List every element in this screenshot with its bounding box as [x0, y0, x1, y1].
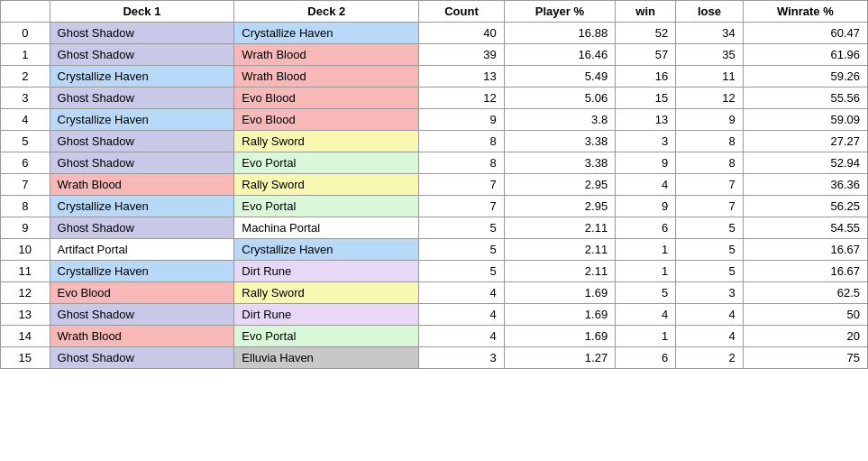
- deck1-cell: Crystallize Haven: [50, 109, 234, 131]
- player-pct-cell: 1.27: [504, 347, 615, 369]
- deck1-cell: Ghost Shadow: [50, 44, 234, 66]
- column-header: [1, 1, 50, 23]
- deck1-cell: Ghost Shadow: [50, 152, 234, 174]
- table-row: 6Ghost ShadowEvo Portal83.389852.94: [1, 152, 868, 174]
- lose-cell: 9: [676, 109, 744, 131]
- win-cell: 1: [616, 261, 676, 282]
- deck1-cell: Wrath Blood: [50, 326, 234, 347]
- lose-cell: 4: [676, 326, 744, 347]
- row-index: 3: [1, 88, 50, 109]
- winrate-cell: 75: [743, 347, 867, 369]
- count-cell: 13: [419, 66, 505, 88]
- row-index: 15: [1, 347, 50, 369]
- count-cell: 9: [419, 109, 505, 131]
- winrate-cell: 59.26: [743, 66, 867, 88]
- player-pct-cell: 3.38: [504, 131, 615, 152]
- winrate-cell: 54.55: [743, 217, 867, 239]
- row-index: 1: [1, 44, 50, 66]
- winrate-cell: 59.09: [743, 109, 867, 131]
- win-cell: 6: [616, 217, 676, 239]
- lose-cell: 2: [676, 347, 744, 369]
- winrate-cell: 56.25: [743, 196, 867, 217]
- lose-cell: 35: [676, 44, 744, 66]
- row-index: 2: [1, 66, 50, 88]
- winrate-cell: 16.67: [743, 239, 867, 261]
- lose-cell: 4: [676, 304, 744, 326]
- winrate-cell: 27.27: [743, 131, 867, 152]
- lose-cell: 7: [676, 196, 744, 217]
- player-pct-cell: 16.88: [504, 23, 615, 44]
- count-cell: 3: [419, 347, 505, 369]
- column-header: Deck 2: [234, 1, 419, 23]
- deck2-cell: Rally Sword: [234, 131, 419, 152]
- row-index: 12: [1, 282, 50, 304]
- table-row: 12Evo BloodRally Sword41.695362.5: [1, 282, 868, 304]
- deck1-cell: Ghost Shadow: [50, 217, 234, 239]
- win-cell: 16: [616, 66, 676, 88]
- table-row: 5Ghost ShadowRally Sword83.383827.27: [1, 131, 868, 152]
- column-header: Player %: [504, 1, 615, 23]
- player-pct-cell: 16.46: [504, 44, 615, 66]
- player-pct-cell: 1.69: [504, 282, 615, 304]
- player-pct-cell: 1.69: [504, 304, 615, 326]
- row-index: 10: [1, 239, 50, 261]
- row-index: 13: [1, 304, 50, 326]
- player-pct-cell: 5.06: [504, 88, 615, 109]
- table-row: 3Ghost ShadowEvo Blood125.06151255.56: [1, 88, 868, 109]
- deck2-cell: Crystallize Haven: [234, 239, 419, 261]
- win-cell: 5: [616, 282, 676, 304]
- lose-cell: 11: [676, 66, 744, 88]
- column-header: lose: [676, 1, 744, 23]
- deck2-cell: Evo Blood: [234, 109, 419, 131]
- deck1-cell: Ghost Shadow: [50, 304, 234, 326]
- win-cell: 15: [616, 88, 676, 109]
- win-cell: 1: [616, 326, 676, 347]
- win-cell: 3: [616, 131, 676, 152]
- lose-cell: 34: [676, 23, 744, 44]
- player-pct-cell: 1.69: [504, 326, 615, 347]
- main-table: Deck 1Deck 2CountPlayer %winloseWinrate …: [0, 0, 868, 369]
- player-pct-cell: 5.49: [504, 66, 615, 88]
- winrate-cell: 16.67: [743, 261, 867, 282]
- table-row: 4Crystallize HavenEvo Blood93.813959.09: [1, 109, 868, 131]
- lose-cell: 8: [676, 152, 744, 174]
- win-cell: 9: [616, 152, 676, 174]
- deck1-cell: Wrath Blood: [50, 174, 234, 196]
- table-row: 13Ghost ShadowDirt Rune41.694450: [1, 304, 868, 326]
- table-row: 7Wrath BloodRally Sword72.954736.36: [1, 174, 868, 196]
- player-pct-cell: 3.38: [504, 152, 615, 174]
- winrate-cell: 52.94: [743, 152, 867, 174]
- count-cell: 4: [419, 326, 505, 347]
- deck2-cell: Dirt Rune: [234, 261, 419, 282]
- win-cell: 57: [616, 44, 676, 66]
- count-cell: 4: [419, 304, 505, 326]
- deck2-cell: Wrath Blood: [234, 66, 419, 88]
- row-index: 9: [1, 217, 50, 239]
- deck1-cell: Crystallize Haven: [50, 261, 234, 282]
- count-cell: 8: [419, 131, 505, 152]
- win-cell: 1: [616, 239, 676, 261]
- lose-cell: 7: [676, 174, 744, 196]
- table-row: 0Ghost ShadowCrystallize Haven4016.88523…: [1, 23, 868, 44]
- row-index: 7: [1, 174, 50, 196]
- row-index: 4: [1, 109, 50, 131]
- table-row: 14Wrath BloodEvo Portal41.691420: [1, 326, 868, 347]
- deck1-cell: Ghost Shadow: [50, 347, 234, 369]
- win-cell: 9: [616, 196, 676, 217]
- win-cell: 4: [616, 304, 676, 326]
- deck2-cell: Wrath Blood: [234, 44, 419, 66]
- deck1-cell: Evo Blood: [50, 282, 234, 304]
- count-cell: 7: [419, 174, 505, 196]
- deck2-cell: Evo Portal: [234, 152, 419, 174]
- count-cell: 8: [419, 152, 505, 174]
- column-header: win: [616, 1, 676, 23]
- column-header: Count: [419, 1, 505, 23]
- table-row: 2Crystallize HavenWrath Blood135.4916115…: [1, 66, 868, 88]
- deck1-cell: Ghost Shadow: [50, 23, 234, 44]
- column-header: Winrate %: [743, 1, 867, 23]
- row-index: 0: [1, 23, 50, 44]
- deck2-cell: Machina Portal: [234, 217, 419, 239]
- winrate-cell: 55.56: [743, 88, 867, 109]
- deck1-cell: Artifact Portal: [50, 239, 234, 261]
- deck2-cell: Evo Blood: [234, 88, 419, 109]
